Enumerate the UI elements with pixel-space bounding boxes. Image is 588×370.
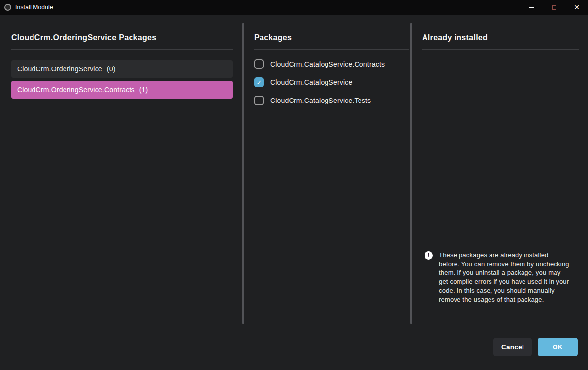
module-item-count: (1) bbox=[139, 86, 148, 94]
checkbox-unchecked-icon[interactable] bbox=[254, 96, 264, 105]
minimize-icon bbox=[529, 7, 534, 8]
window-controls: ✕ bbox=[520, 0, 588, 15]
modules-panel-header: CloudCrm.OrderingService Packages bbox=[11, 33, 233, 43]
package-row-catalogservice-tests[interactable]: CloudCrm.CatalogService.Tests bbox=[254, 96, 409, 105]
package-row-catalogservice[interactable]: ✓ CloudCrm.CatalogService bbox=[254, 77, 409, 87]
modules-panel: CloudCrm.OrderingService Packages CloudC… bbox=[11, 33, 233, 101]
column-divider-left bbox=[242, 23, 244, 324]
package-label: CloudCrm.CatalogService bbox=[270, 78, 352, 86]
package-row-catalogservice-contracts[interactable]: CloudCrm.CatalogService.Contracts bbox=[254, 59, 409, 69]
module-item-count: (0) bbox=[107, 65, 116, 73]
module-item-orderingservice[interactable]: CloudCrm.OrderingService (0) bbox=[11, 60, 233, 78]
module-item-label: CloudCrm.OrderingService bbox=[17, 65, 102, 73]
maximize-button[interactable] bbox=[543, 0, 565, 15]
package-list: CloudCrm.CatalogService.Contracts ✓ Clou… bbox=[254, 59, 409, 105]
already-installed-header-rule bbox=[422, 49, 579, 50]
packages-panel: Packages CloudCrm.CatalogService.Contrac… bbox=[254, 33, 409, 114]
module-item-label: CloudCrm.OrderingService.Contracts bbox=[17, 86, 135, 94]
ok-button[interactable]: OK bbox=[538, 338, 578, 356]
maximize-icon bbox=[552, 5, 556, 10]
already-installed-panel: Already installed bbox=[422, 33, 579, 50]
column-divider-right bbox=[410, 23, 412, 324]
app-logo-icon bbox=[4, 4, 11, 11]
checkbox-checked-icon[interactable]: ✓ bbox=[254, 77, 264, 87]
packages-header-rule bbox=[254, 49, 409, 50]
module-item-orderingservice-contracts[interactable]: CloudCrm.OrderingService.Contracts (1) bbox=[11, 81, 233, 99]
window-title: Install Module bbox=[15, 4, 53, 11]
already-installed-header: Already installed bbox=[422, 33, 579, 43]
close-button[interactable]: ✕ bbox=[565, 0, 588, 15]
packages-panel-header: Packages bbox=[254, 33, 409, 43]
cancel-button[interactable]: Cancel bbox=[493, 338, 532, 356]
info-note: ! These packages are already installed b… bbox=[425, 251, 573, 304]
package-label: CloudCrm.CatalogService.Contracts bbox=[270, 60, 385, 68]
titlebar: Install Module ✕ bbox=[0, 0, 588, 15]
modules-header-rule bbox=[11, 49, 233, 50]
module-list: CloudCrm.OrderingService (0) CloudCrm.Or… bbox=[11, 60, 233, 99]
info-icon: ! bbox=[425, 251, 433, 260]
minimize-button[interactable] bbox=[520, 0, 543, 15]
package-label: CloudCrm.CatalogService.Tests bbox=[270, 97, 371, 104]
info-note-text: These packages are already installed bef… bbox=[439, 251, 571, 304]
close-icon: ✕ bbox=[574, 4, 580, 11]
checkbox-unchecked-icon[interactable] bbox=[254, 59, 264, 69]
